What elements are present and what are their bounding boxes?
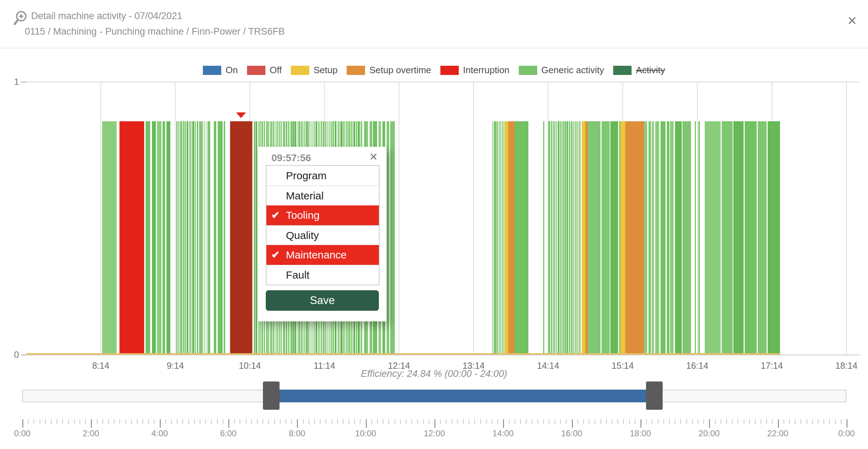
minor-tick <box>394 419 395 424</box>
legend-item-setup[interactable]: Setup <box>291 65 338 76</box>
activity-segment-generic[interactable] <box>588 121 620 355</box>
minor-tick <box>125 419 126 424</box>
activity-segment-generic[interactable] <box>644 121 674 355</box>
activity-stripe <box>667 121 669 355</box>
activity-segment-setup_overtime[interactable] <box>585 121 588 355</box>
activity-segment-generic[interactable] <box>207 121 211 355</box>
activity-segment-generic[interactable] <box>675 121 691 355</box>
activity-stripe <box>649 121 651 355</box>
activity-segment-generic[interactable] <box>705 121 781 355</box>
minor-tick <box>543 419 544 424</box>
minor-tick <box>692 419 693 424</box>
activity-segment-setup_overtime[interactable] <box>508 121 515 355</box>
minor-tick <box>314 419 315 424</box>
day-axis-label: 20:00 <box>691 428 727 438</box>
minor-tick <box>205 419 206 424</box>
minor-tick <box>766 419 767 424</box>
minor-tick <box>194 419 195 424</box>
activity-segment-generic[interactable] <box>492 121 505 355</box>
popup-option-fault[interactable]: Fault <box>266 265 379 285</box>
minor-tick <box>635 419 635 424</box>
popup-option-program[interactable]: Program <box>266 166 379 186</box>
chart-legend: OnOffSetupSetup overtimeInterruptionGene… <box>0 65 868 76</box>
activity-bars-layer <box>26 121 859 355</box>
activity-segment-generic[interactable] <box>214 121 216 355</box>
minor-tick <box>148 419 149 424</box>
minor-tick <box>188 419 189 424</box>
slider-handle-right[interactable] <box>646 381 663 410</box>
activity-stripe <box>562 121 564 355</box>
minor-tick <box>612 419 612 424</box>
activity-segment-setup[interactable] <box>505 121 509 355</box>
machine-breadcrumb: 0115 / Machining - Punching machine / Fi… <box>25 26 285 37</box>
major-tick <box>709 419 710 428</box>
minor-tick <box>606 419 607 424</box>
day-axis-label: 16:00 <box>554 428 590 438</box>
activity-segment-setup_overtime[interactable] <box>625 121 644 355</box>
activity-stripe <box>180 121 182 355</box>
activity-stripe <box>166 121 170 355</box>
activity-segment-generic[interactable] <box>548 121 582 355</box>
save-button[interactable]: Save <box>266 290 379 311</box>
activity-stripe <box>500 121 501 355</box>
minor-tick <box>721 419 721 424</box>
legend-swatch-setup <box>291 66 309 75</box>
slider-handle-left[interactable] <box>263 381 280 410</box>
activity-segment-interruption[interactable] <box>230 121 252 355</box>
baseline-setup-strip <box>26 353 780 355</box>
legend-item-generic-activity[interactable]: Generic activity <box>519 65 604 76</box>
minor-tick <box>223 419 223 424</box>
popup-option-maintenance[interactable]: ✔Maintenance <box>266 245 379 265</box>
minor-tick <box>62 419 63 424</box>
activity-segment-generic[interactable] <box>695 121 696 355</box>
activity-stripe <box>256 121 257 355</box>
activity-segment-generic[interactable] <box>102 121 117 355</box>
minor-tick <box>663 419 664 424</box>
activity-segment-interruption[interactable] <box>119 121 144 355</box>
activity-segment-generic[interactable] <box>176 121 206 355</box>
dialog-close-icon[interactable]: × <box>843 11 862 30</box>
popup-option-tooling[interactable]: ✔Tooling <box>266 205 379 225</box>
day-axis-label: 14:00 <box>485 428 521 438</box>
minor-tick <box>246 419 246 424</box>
legend-item-interruption[interactable]: Interruption <box>440 65 510 76</box>
activity-segment-generic[interactable] <box>146 121 170 355</box>
activity-segment-generic[interactable] <box>698 121 700 355</box>
minor-tick <box>812 419 813 424</box>
major-tick <box>297 419 298 428</box>
check-icon: ✔ <box>271 245 280 265</box>
legend-item-off[interactable]: Off <box>247 65 282 76</box>
activity-segment-setup[interactable] <box>582 121 586 355</box>
minor-tick <box>452 419 452 424</box>
day-axis-label: 4:00 <box>142 428 177 438</box>
legend-label: Interruption <box>463 65 510 76</box>
activity-stripe <box>183 121 184 355</box>
activity-segment-generic[interactable] <box>224 121 225 355</box>
time-range-slider-fill[interactable] <box>271 390 654 402</box>
minor-tick <box>114 419 115 424</box>
minor-tick <box>526 419 527 424</box>
legend-swatch-on <box>203 66 221 75</box>
legend-label: Off <box>270 65 282 76</box>
popup-option-quality[interactable]: Quality <box>266 225 379 245</box>
minor-tick <box>680 419 681 424</box>
popup-close-icon[interactable]: × <box>368 149 380 165</box>
activity-segment-setup[interactable] <box>620 121 625 355</box>
activity-segment-generic[interactable] <box>218 121 223 355</box>
activity-stripe <box>163 121 165 355</box>
legend-item-activity[interactable]: Activity <box>613 65 665 76</box>
minor-tick <box>463 419 464 424</box>
activity-stripe <box>768 121 780 355</box>
minor-tick <box>28 419 29 424</box>
legend-item-setup-overtime[interactable]: Setup overtime <box>347 65 431 76</box>
activity-segment-generic[interactable] <box>543 121 545 355</box>
activity-stripe <box>197 121 198 355</box>
activity-segment-generic[interactable] <box>515 121 528 355</box>
activity-stripe <box>178 121 180 355</box>
minor-tick <box>142 419 143 424</box>
major-tick <box>846 419 848 428</box>
legend-item-on[interactable]: On <box>203 65 238 76</box>
minor-tick <box>182 419 183 424</box>
popup-option-material[interactable]: Material <box>266 186 379 205</box>
popup-option-list: ProgramMaterial✔ToolingQuality✔Maintenan… <box>266 165 380 285</box>
